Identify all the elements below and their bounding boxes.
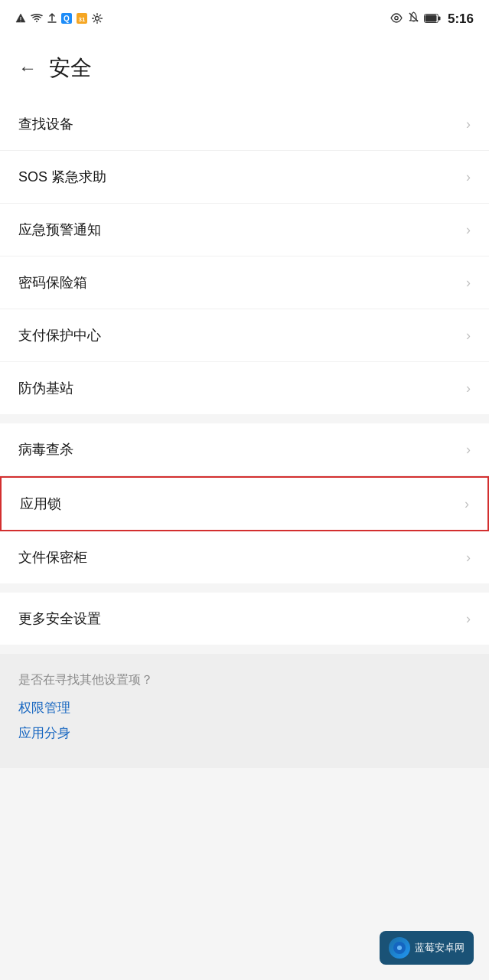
chevron-right-icon: › [466,328,471,344]
upload-icon [47,13,57,26]
watermark-text: 蓝莓安卓网 [415,941,465,955]
svg-point-1 [20,20,21,21]
qq-icon: Q [61,13,72,26]
svg-point-7 [395,16,398,19]
menu-item-sos[interactable]: SOS 紧急求助 › [0,151,489,204]
svg-point-6 [96,16,99,20]
menu-item-find-device[interactable]: 查找设备 › [0,98,489,151]
menu-item-app-lock[interactable]: 应用锁 › [0,476,489,531]
battery-icon [424,12,441,26]
svg-rect-10 [438,17,441,21]
wifi-icon [31,13,43,25]
search-suggestion-title: 是否在寻找其他设置项？ [18,672,471,688]
back-button[interactable]: ← [18,59,37,77]
anti-fake-base-label: 防伪基站 [18,379,73,397]
status-right-area: 5:16 [390,11,474,27]
section-security-basic: 查找设备 › SOS 紧急求助 › 应急预警通知 › 密码保险箱 › 支付保护中… [0,98,489,414]
menu-item-virus-scan[interactable]: 病毒查杀 › [0,423,489,476]
app-lock-label: 应用锁 [20,495,61,513]
chevron-right-icon: › [466,116,471,132]
app-clone-link[interactable]: 应用分身 [18,724,471,742]
chevron-right-icon: › [466,275,471,291]
section-security-apps: 病毒查杀 › 应用锁 › 文件保密柜 › [0,423,489,583]
chevron-right-icon: › [466,550,471,566]
chevron-right-icon: › [465,496,469,512]
svg-rect-0 [21,17,21,20]
menu-item-payment-protection[interactable]: 支付保护中心 › [0,309,489,362]
page-title: 安全 [49,54,92,83]
calendar-icon: 31 [77,13,87,26]
section-more-security: 更多安全设置 › [0,593,489,645]
alert-icon [15,13,26,26]
menu-item-password-safe[interactable]: 密码保险箱 › [0,256,489,309]
chevron-right-icon: › [466,442,471,458]
chevron-right-icon: › [466,611,471,627]
eye-icon [390,12,403,26]
menu-item-emergency-alert[interactable]: 应急预警通知 › [0,204,489,256]
file-safe-label: 文件保密柜 [18,548,87,567]
settings-icon [92,13,103,26]
menu-item-file-safe[interactable]: 文件保密柜 › [0,531,489,583]
bell-silent-icon [408,11,419,27]
find-device-label: 查找设备 [18,115,73,133]
svg-text:Q: Q [64,15,70,23]
status-bar: Q 31 [0,0,489,38]
svg-rect-11 [425,15,436,22]
password-safe-label: 密码保险箱 [18,273,87,292]
virus-scan-label: 病毒查杀 [18,440,73,459]
search-suggestion-section: 是否在寻找其他设置项？ 权限管理 应用分身 [0,654,489,768]
chevron-right-icon: › [466,381,471,397]
watermark: 蓝莓安卓网 [380,931,474,965]
chevron-right-icon: › [466,169,471,185]
watermark-logo [389,937,410,959]
payment-protection-label: 支付保护中心 [18,326,101,345]
svg-point-13 [397,946,402,950]
page-header: ← 安全 [0,38,489,98]
chevron-right-icon: › [466,222,471,238]
status-left-icons: Q 31 [15,13,103,26]
svg-text:31: 31 [79,16,86,23]
time-display: 5:16 [448,11,474,27]
more-security-label: 更多安全设置 [18,609,101,628]
sos-label: SOS 紧急求助 [18,168,106,186]
menu-item-more-security[interactable]: 更多安全设置 › [0,593,489,645]
emergency-alert-label: 应急预警通知 [18,220,101,239]
menu-item-anti-fake-base[interactable]: 防伪基站 › [0,362,489,414]
permission-management-link[interactable]: 权限管理 [18,699,471,717]
